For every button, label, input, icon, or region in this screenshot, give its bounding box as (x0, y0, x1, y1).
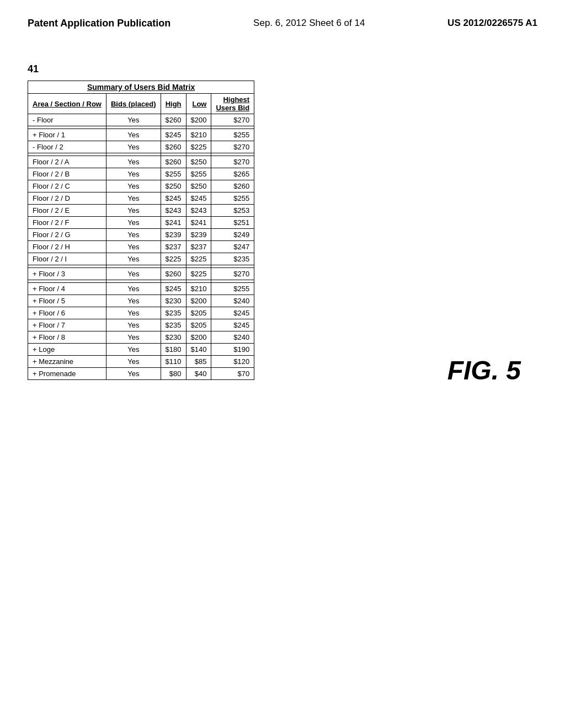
cell-bids: Yes (106, 114, 161, 126)
cell-area: Floor / 2 / B (28, 168, 106, 180)
cell-highest: $260 (211, 180, 254, 192)
cell-bids: Yes (106, 129, 161, 141)
cell-bids: Yes (106, 205, 161, 217)
cell-low: $245 (186, 192, 211, 205)
cell-area: Floor / 2 / C (28, 180, 106, 192)
cell-high: $80 (161, 368, 186, 380)
cell-highest: $270 (211, 141, 254, 153)
cell-bids: Yes (106, 268, 161, 280)
cell-highest: $245 (211, 319, 254, 331)
page-header: Patent Application Publication Sep. 6, 2… (0, 0, 565, 41)
cell-high: $230 (161, 295, 186, 307)
cell-high: $243 (161, 205, 186, 217)
table-row: Floor / 2 / BYes$255$255$265 (28, 168, 254, 180)
table-row: + LogeYes$180$140$190 (28, 344, 254, 356)
cell-highest: $249 (211, 229, 254, 241)
cell-low: $200 (186, 331, 211, 344)
cell-highest: $270 (211, 114, 254, 126)
cell-bids: Yes (106, 283, 161, 295)
table-row: + Floor / 6Yes$235$205$245 (28, 307, 254, 319)
cell-high: $260 (161, 268, 186, 280)
cell-bids: Yes (106, 356, 161, 368)
cell-area: + Mezzanine (28, 356, 106, 368)
cell-area: Floor / 2 / G (28, 229, 106, 241)
cell-high: $260 (161, 141, 186, 153)
cell-highest: $255 (211, 129, 254, 141)
cell-area: + Floor / 3 (28, 268, 106, 280)
cell-highest: $120 (211, 356, 254, 368)
cell-area: - Floor / 2 (28, 141, 106, 153)
table-row: Floor / 2 / IYes$225$225$235 (28, 253, 254, 265)
main-content: 41 Summary of Users Bid Matrix Area / Se… (0, 41, 565, 402)
table-title: Summary of Users Bid Matrix (28, 81, 254, 94)
cell-low: $85 (186, 356, 211, 368)
cell-high: $239 (161, 229, 186, 241)
cell-area: Floor / 2 / F (28, 217, 106, 229)
cell-highest: $70 (211, 368, 254, 380)
cell-bids: Yes (106, 156, 161, 168)
table-row: + PromenadeYes$80$40$70 (28, 368, 254, 380)
table-row: Floor / 2 / DYes$245$245$255 (28, 192, 254, 205)
cell-low: $200 (186, 114, 211, 126)
cell-low: $225 (186, 253, 211, 265)
cell-bids: Yes (106, 253, 161, 265)
cell-bids: Yes (106, 168, 161, 180)
cell-low: $140 (186, 344, 211, 356)
cell-high: $225 (161, 253, 186, 265)
table-row: + Floor / 4Yes$245$210$255 (28, 283, 254, 295)
cell-area: Floor / 2 / A (28, 156, 106, 168)
cell-area: Floor / 2 / D (28, 192, 106, 205)
cell-highest: $255 (211, 283, 254, 295)
col-highest-header: HighestUsers Bid (211, 94, 254, 114)
cell-area: + Floor / 5 (28, 295, 106, 307)
cell-highest: $245 (211, 307, 254, 319)
publication-date-sheet: Sep. 6, 2012 Sheet 6 of 14 (253, 17, 365, 30)
cell-area: + Floor / 4 (28, 283, 106, 295)
cell-high: $245 (161, 283, 186, 295)
cell-low: $205 (186, 307, 211, 319)
figure-label: FIG. 5 (447, 355, 521, 386)
cell-high: $230 (161, 331, 186, 344)
cell-bids: Yes (106, 295, 161, 307)
cell-low: $225 (186, 268, 211, 280)
cell-bids: Yes (106, 331, 161, 344)
table-row: Floor / 2 / FYes$241$241$251 (28, 217, 254, 229)
table-row: + Floor / 8Yes$230$200$240 (28, 331, 254, 344)
cell-area: Floor / 2 / I (28, 253, 106, 265)
cell-bids: Yes (106, 241, 161, 253)
cell-area: + Promenade (28, 368, 106, 380)
cell-low: $243 (186, 205, 211, 217)
cell-high: $241 (161, 217, 186, 229)
cell-highest: $253 (211, 205, 254, 217)
cell-highest: $270 (211, 268, 254, 280)
cell-area: + Floor / 7 (28, 319, 106, 331)
table-row: + Floor / 5Yes$230$200$240 (28, 295, 254, 307)
cell-high: $260 (161, 156, 186, 168)
cell-bids: Yes (106, 307, 161, 319)
cell-low: $225 (186, 141, 211, 153)
publication-title: Patent Application Publication (28, 17, 170, 30)
col-bids-header: Bids (placed) (106, 94, 161, 114)
table-row: Floor / 2 / AYes$260$250$270 (28, 156, 254, 168)
cell-highest: $251 (211, 217, 254, 229)
cell-high: $245 (161, 192, 186, 205)
col-high-header: High (161, 94, 186, 114)
cell-highest: $240 (211, 295, 254, 307)
cell-high: $260 (161, 114, 186, 126)
cell-highest: $235 (211, 253, 254, 265)
cell-bids: Yes (106, 229, 161, 241)
cell-highest: $265 (211, 168, 254, 180)
cell-high: $235 (161, 319, 186, 331)
cell-bids: Yes (106, 180, 161, 192)
table-row: - FloorYes$260$200$270 (28, 114, 254, 126)
table-row: Floor / 2 / HYes$237$237$247 (28, 241, 254, 253)
cell-highest: $270 (211, 156, 254, 168)
cell-area: Floor / 2 / H (28, 241, 106, 253)
cell-area: + Floor / 6 (28, 307, 106, 319)
cell-area: + Loge (28, 344, 106, 356)
cell-bids: Yes (106, 192, 161, 205)
cell-low: $239 (186, 229, 211, 241)
table-row: + MezzanineYes$110$85$120 (28, 356, 254, 368)
cell-bids: Yes (106, 217, 161, 229)
col-low-header: Low (186, 94, 211, 114)
